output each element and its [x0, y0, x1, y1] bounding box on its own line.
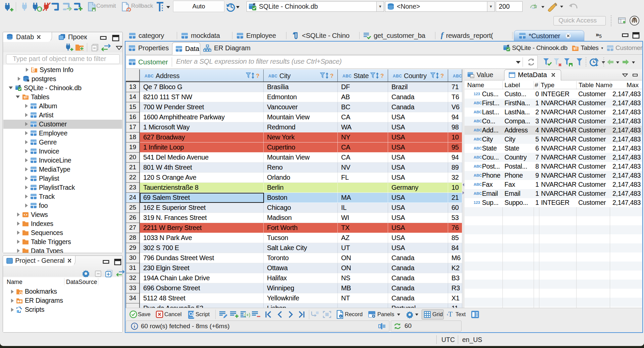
svg-text:?: ?: [330, 73, 333, 79]
svg-text:?: ?: [256, 73, 259, 79]
svg-text:(+): (+): [245, 312, 250, 317]
svg-text:?: ?: [380, 73, 384, 79]
svg-text:?: ?: [440, 73, 444, 79]
